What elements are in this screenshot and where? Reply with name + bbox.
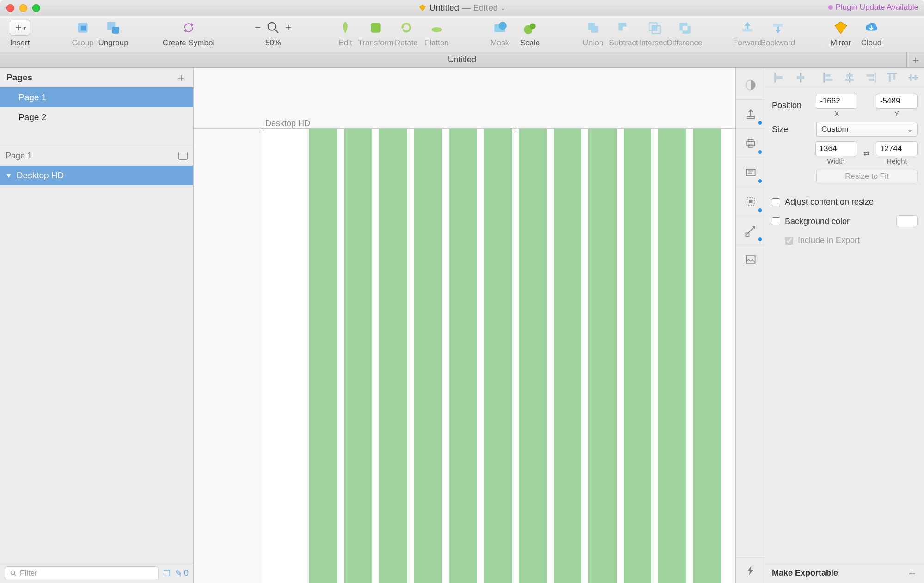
filter-input[interactable]: Filter	[5, 566, 159, 580]
svg-rect-17	[652, 26, 657, 31]
artboard[interactable]	[262, 129, 735, 583]
subtract-button[interactable]: Subtract	[608, 18, 639, 48]
view-button[interactable]: ▾View	[919, 18, 924, 48]
selection-handle[interactable]	[513, 127, 517, 131]
align-vcenter-icon[interactable]	[907, 71, 920, 84]
page-item-1[interactable]: Page 1	[0, 87, 193, 107]
cloud-icon	[863, 20, 879, 36]
height-input[interactable]	[876, 141, 918, 156]
rail-print-tool[interactable]	[736, 129, 765, 158]
title-dropdown-icon[interactable]: ⌄	[501, 5, 506, 12]
position-x-input[interactable]	[816, 94, 857, 109]
svg-rect-22	[773, 24, 783, 27]
bolt-icon	[744, 564, 757, 577]
zoom-out-button[interactable]: −	[253, 22, 263, 34]
ungroup-button[interactable]: Ungroup	[98, 18, 129, 48]
zoom-control[interactable]: − + 50%	[258, 18, 288, 48]
position-label: Position	[772, 101, 811, 110]
mask-button[interactable]: Mask	[484, 18, 515, 48]
width-label: Width	[827, 157, 844, 165]
scale-button[interactable]: Scale	[515, 18, 545, 48]
flatten-button[interactable]: Flatten	[422, 18, 452, 48]
rail-image-tool[interactable]: +	[736, 245, 765, 274]
align-hcenter-icon[interactable]	[794, 71, 807, 84]
rail-export-tool[interactable]	[736, 100, 765, 128]
width-input[interactable]	[815, 141, 857, 156]
plugin-update-text: Plugin Update Available	[836, 3, 918, 12]
disclosure-triangle-icon[interactable]: ▼	[6, 172, 12, 179]
rail-bolt-tool[interactable]	[736, 557, 765, 583]
svg-line-28	[14, 574, 16, 576]
sketch-document-icon	[418, 4, 427, 12]
align-top-icon[interactable]	[886, 71, 899, 84]
zoom-window-button[interactable]	[32, 4, 40, 12]
background-color-checkbox[interactable]	[772, 217, 780, 225]
svg-rect-44	[797, 76, 804, 79]
rail-align-tool[interactable]	[736, 71, 765, 99]
left-panel: Pages ＋ Page 1 Page 2 Page 1 ▼ Desktop H…	[0, 68, 194, 583]
background-color-row[interactable]: Background color	[772, 213, 918, 229]
rail-text-tool[interactable]	[736, 158, 765, 187]
svg-rect-4	[112, 27, 119, 34]
add-page-button[interactable]: ＋	[176, 70, 187, 85]
background-color-swatch[interactable]	[896, 215, 918, 227]
mirror-button[interactable]: Mirror	[826, 18, 856, 48]
add-exportable-button[interactable]: ＋	[906, 566, 918, 581]
filter-placeholder: Filter	[20, 569, 37, 578]
zoom-in-button[interactable]: +	[284, 22, 293, 34]
selection-handle[interactable]	[260, 127, 264, 131]
swap-dimensions-icon[interactable]: ⇄	[862, 149, 871, 158]
adjust-content-checkbox[interactable]	[772, 198, 780, 206]
rotate-button[interactable]: Rotate	[391, 18, 422, 48]
insert-button[interactable]: ▾ Insert	[5, 18, 35, 48]
svg-rect-14	[623, 27, 629, 33]
page-item-2[interactable]: Page 2	[0, 107, 193, 127]
group-button[interactable]: Group	[67, 18, 98, 48]
svg-line-6	[275, 30, 278, 33]
rail-slice-tool[interactable]	[736, 187, 765, 216]
breadcrumb[interactable]: Page 1	[0, 146, 193, 166]
alignment-bar	[765, 68, 924, 87]
align-left2-icon[interactable]	[822, 71, 835, 84]
artboard-label[interactable]: Desktop HD	[265, 119, 310, 128]
size-preset-select[interactable]: Custom ⌄	[816, 122, 918, 137]
union-icon	[585, 20, 601, 36]
create-symbol-button[interactable]: Create Symbol	[161, 18, 216, 48]
scale-icon	[522, 20, 538, 36]
svg-rect-59	[914, 75, 917, 80]
align-hcenter2-icon[interactable]	[843, 71, 856, 84]
adjust-content-checkbox-row[interactable]: Adjust content on resize	[772, 195, 918, 209]
difference-button[interactable]: Difference	[669, 18, 700, 48]
transform-button[interactable]: Transform	[361, 18, 391, 48]
include-in-export-label: Include in Export	[798, 236, 860, 245]
close-window-button[interactable]	[6, 4, 14, 12]
pages-mini-icon[interactable]: ❐	[163, 568, 171, 578]
layout-column	[344, 129, 373, 583]
breadcrumb-up-icon[interactable]	[178, 152, 188, 160]
cloud-button[interactable]: Cloud	[856, 18, 887, 48]
layer-item-desktop-hd[interactable]: ▼ Desktop HD	[0, 166, 193, 185]
plugin-update-badge[interactable]: Plugin Update Available	[828, 3, 918, 12]
ungroup-icon	[105, 20, 121, 36]
align-right-icon[interactable]	[864, 71, 877, 84]
minimize-window-button[interactable]	[19, 4, 27, 12]
add-tab-button[interactable]: ＋	[906, 52, 924, 68]
document-tab[interactable]: Untitled	[448, 55, 476, 65]
svg-rect-58	[910, 73, 912, 81]
rail-export-icon	[744, 108, 757, 121]
resize-to-fit-button[interactable]: Resize to Fit	[816, 170, 918, 183]
edit-button[interactable]: Edit	[330, 18, 361, 48]
layout-columns	[262, 129, 735, 583]
backward-button[interactable]: Backward	[763, 18, 793, 48]
align-left-icon[interactable]	[773, 71, 786, 84]
make-exportable-header[interactable]: Make Exportable ＋	[765, 563, 924, 583]
selection-count[interactable]: ✎ 0	[175, 568, 189, 578]
rail-vector-tool[interactable]	[736, 216, 765, 245]
intersect-button[interactable]: Intersect	[639, 18, 669, 48]
position-y-input[interactable]	[876, 94, 918, 109]
document-tab-bar: Untitled ＋	[0, 52, 924, 68]
forward-button[interactable]: Forward	[732, 18, 763, 48]
union-button[interactable]: Union	[578, 18, 608, 48]
canvas[interactable]: Desktop HD	[194, 68, 735, 583]
mask-icon	[492, 20, 508, 36]
